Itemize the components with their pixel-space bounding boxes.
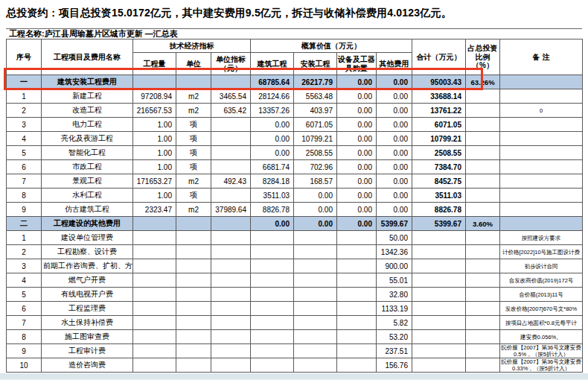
cell-qty (133, 330, 176, 344)
cell-unit: 项 (176, 146, 211, 160)
cell-construction: 28124.66 (251, 89, 294, 104)
cell-unit: m2 (176, 104, 211, 118)
cell-ratio (466, 245, 500, 259)
cell-other: 1342.36 (377, 245, 412, 259)
cell-equipment: 0.00 (337, 174, 377, 189)
cell-other: 0.00 (377, 174, 412, 189)
col-header-installation: 安装工程 (294, 53, 337, 75)
cell-unit-index (211, 273, 251, 288)
cell-equipment (337, 330, 377, 344)
cell-construction (251, 330, 294, 344)
cell-unit (176, 75, 211, 89)
cell-qty: 1.00 (133, 189, 176, 203)
cell-other: 0.00 (377, 75, 412, 89)
cell-name: 工程审计费 (42, 344, 133, 358)
cell-unit-index: 37989.64 (211, 203, 251, 217)
cell-other: 0.00 (377, 146, 412, 160)
cell-unit-index (211, 330, 251, 344)
cell-ratio: 3.60% (466, 217, 500, 231)
cell-installation: 168.57 (294, 174, 337, 189)
cell-other: 0.00 (377, 203, 412, 217)
cell-name: 市政工程 (42, 160, 133, 174)
cell-qty (133, 231, 176, 245)
cell-ratio (466, 273, 500, 288)
cell-seq: 7 (7, 316, 42, 330)
cell-construction: 0.00 (251, 132, 294, 146)
col-header-construction: 建筑工程 (251, 53, 294, 75)
table-row: 1 建设单位管理费 50.00 按照建设方要求 (7, 231, 583, 245)
cell-construction (251, 344, 294, 358)
cell-note (500, 132, 583, 146)
horizontal-scrollbar[interactable] (0, 373, 588, 380)
cell-qty: 171653.27 (133, 174, 176, 189)
cell-construction: 8284.18 (251, 174, 294, 189)
table-row: 1 新建工程 97208.94 m2 3465.54 28124.66 5563… (7, 89, 583, 104)
cell-note (500, 89, 583, 104)
cell-name: 新建工程 (42, 89, 133, 104)
cell-total: 95003.43 (412, 75, 466, 89)
table-caption: 工程名称:庐江县周瑜墓片区城市更新 —汇总表 (6, 28, 582, 39)
cell-seq: 2 (7, 245, 42, 259)
cell-unit (176, 330, 211, 344)
cell-qty: 1.00 (133, 160, 176, 174)
cell-total: 6071.05 (412, 118, 466, 132)
cell-name: 造价咨询费 (42, 358, 133, 373)
table-row: 8 水利工程 1.00 项 3511.03 0.00 0.00 0.00 351… (7, 189, 583, 203)
cell-other: 0.00 (377, 160, 412, 174)
table-header: 序号 工程项目及费用名称 技术经济指标 概算价值（万元） 合计（万元） 占总投资… (7, 39, 583, 75)
cell-unit-index (211, 358, 251, 373)
cell-unit: 项 (176, 118, 211, 132)
page-title: 总投资约：项目总投资15.0172亿元，其中建安费用9.5亿元，拆迁与收储补偿费… (0, 0, 588, 24)
cell-construction: 0.00 (251, 146, 294, 160)
cell-seq: 1 (7, 231, 42, 245)
cell-equipment: 0.00 (337, 118, 377, 132)
cell-note: 合发改商价函(2019)172号 (500, 273, 583, 288)
cell-equipment: 0.00 (337, 75, 377, 89)
cell-ratio (466, 189, 500, 203)
cell-equipment: 0.00 (337, 189, 377, 203)
cell-unit-index (211, 288, 251, 302)
cell-note: 合价额(2013)11号 (500, 288, 583, 302)
cell-ratio: 63.26% (466, 75, 500, 89)
cell-unit: 项 (176, 132, 211, 146)
col-header-ratio: 占总投资比例（%） (466, 39, 500, 75)
cell-installation: 10799.21 (294, 132, 337, 146)
cell-total: 3511.03 (412, 189, 466, 203)
table-row: 6 市政工程 1.00 项 6681.74 702.96 0.00 0.00 7… (7, 160, 583, 174)
cell-installation (294, 358, 337, 373)
spreadsheet-page: 总投资约：项目总投资15.0172亿元，其中建安费用9.5亿元，拆迁与收储补偿费… (0, 0, 588, 380)
cell-other: 237.51 (377, 344, 412, 358)
cell-unit (176, 259, 211, 273)
cell-ratio (466, 89, 500, 104)
cell-total: 8826.78 (412, 203, 466, 217)
cell-equipment: 0.00 (337, 104, 377, 118)
cell-qty (133, 245, 176, 259)
cell-ratio (466, 132, 500, 146)
cell-ratio (466, 203, 500, 217)
cell-unit-index (211, 160, 251, 174)
table-row: 7 水土保持补偿费 5.82 按项目占地面积*0.8元每平计 (7, 316, 583, 330)
cell-total (412, 330, 466, 344)
table-row: 3 电力工程 1.00 项 0.00 6071.05 0.00 0.00 607… (7, 118, 583, 132)
cell-qty (133, 344, 176, 358)
cell-other: 1133.19 (377, 302, 412, 316)
cell-other: 55.01 (377, 273, 412, 288)
cell-unit-index (211, 245, 251, 259)
cell-installation (294, 245, 337, 259)
cell-unit-index (211, 189, 251, 203)
cell-unit-index (211, 217, 251, 231)
cell-construction: 68785.64 (251, 75, 294, 89)
cell-total (412, 259, 466, 273)
cell-equipment: 0.00 (337, 203, 377, 217)
cell-ratio (466, 104, 500, 118)
cell-unit-index (211, 259, 251, 273)
cell-installation (294, 302, 337, 316)
cell-construction (251, 288, 294, 302)
cell-name: 水利工程 (42, 189, 133, 203)
cell-seq: 9 (7, 344, 42, 358)
cell-installation: 5563.48 (294, 89, 337, 104)
cell-installation (294, 231, 337, 245)
cell-total: 5399.67 (412, 217, 466, 231)
cell-seq: 3 (7, 259, 42, 273)
cell-ratio (466, 302, 500, 316)
